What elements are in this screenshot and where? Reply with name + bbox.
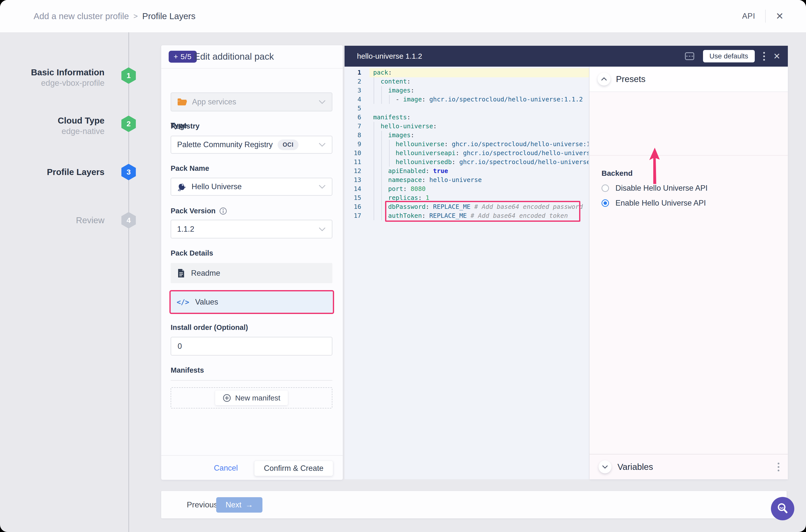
type-select[interactable]: App services	[171, 93, 332, 111]
document-icon	[177, 268, 185, 278]
editor-kebab-menu-icon[interactable]	[763, 52, 765, 61]
step-title: Cloud Type	[15, 115, 105, 126]
pack-count-badge: + 5/5	[169, 51, 197, 63]
pack-name-select[interactable]: Hello Universe	[171, 178, 332, 196]
registry-value: Palette Community Registry	[177, 140, 273, 149]
indent-guide	[389, 95, 389, 104]
step-subtitle: edge-vbox-profile	[15, 78, 105, 89]
step-basic-information[interactable]: Basic Information edge-vbox-profile	[15, 67, 105, 89]
step-title: Basic Information	[15, 67, 105, 78]
install-order-label: Install order (Optional)	[171, 323, 248, 331]
type-value: App services	[192, 97, 236, 107]
hello-universe-pack-icon	[177, 182, 187, 191]
variables-kebab-menu-icon[interactable]	[777, 463, 780, 471]
breadcrumb-separator: >	[133, 12, 138, 20]
registry-select[interactable]: Palette Community Registry OCI	[171, 136, 332, 154]
edit-pack-title-row: + 5/5 Edit additional pack	[161, 45, 343, 69]
split-view-icon[interactable]	[684, 52, 695, 60]
step-cloud-type[interactable]: Cloud Type edge-native	[15, 115, 105, 137]
indent-guide	[374, 122, 374, 220]
chevron-down-icon	[318, 142, 326, 147]
values-annotation-box: </> Values	[169, 290, 334, 314]
values-label: Values	[195, 298, 218, 306]
edit-pack-panel: + 5/5 Edit additional pack Type App serv…	[161, 45, 343, 480]
annotation-arrow	[646, 147, 663, 187]
presets-panel: Presets Backend Disable Hello Universe A…	[590, 66, 788, 479]
manifests-dropzone: New manifest	[171, 387, 332, 408]
preset-option-enable-api[interactable]: Enable Hello Universe API	[602, 198, 706, 208]
editor-close-icon[interactable]: ✕	[773, 52, 781, 60]
backend-group-label: Backend	[602, 169, 633, 177]
breadcrumb: Add a new cluster profile > Profile Laye…	[34, 0, 196, 32]
edit-pack-footer: Cancel Confirm & Create	[161, 455, 343, 480]
radio-icon[interactable]	[602, 185, 609, 192]
cancel-button[interactable]: Cancel	[206, 456, 246, 480]
code-icon: </>	[177, 298, 189, 306]
pack-version-value: 1.1.2	[177, 225, 194, 234]
indent-guide	[374, 77, 374, 104]
folder-icon	[177, 98, 187, 106]
step-number-hexagon: 1	[122, 68, 136, 84]
presets-title: Presets	[616, 74, 645, 84]
step-number-hexagon: 4	[122, 212, 136, 228]
yaml-editor[interactable]: 1234567891011121314151617 pack: content:…	[345, 66, 589, 479]
plus-circle-icon	[223, 394, 231, 402]
chevron-down-icon	[318, 100, 326, 104]
install-order-value: 0	[178, 342, 182, 351]
manifests-label: Manifests	[171, 366, 204, 374]
magnifier-icon	[776, 502, 789, 515]
confirm-create-button[interactable]: Confirm & Create	[254, 461, 333, 476]
secrets-annotation-box	[385, 201, 580, 222]
use-defaults-button[interactable]: Use defaults	[703, 50, 755, 62]
step-review[interactable]: Review	[15, 215, 105, 226]
install-order-input[interactable]: 0	[171, 337, 332, 356]
pack-details-label: Pack Details	[171, 249, 213, 257]
readme-tab[interactable]: Readme	[171, 263, 332, 283]
indent-guide	[389, 140, 389, 167]
breadcrumb-current: Profile Layers	[142, 11, 196, 21]
step-number-hexagon: 2	[122, 116, 136, 132]
info-icon[interactable]	[219, 207, 227, 215]
breadcrumb-parent-link[interactable]: Add a new cluster profile	[34, 11, 129, 21]
values-tab[interactable]: </> Values	[171, 291, 333, 313]
chevron-down-icon	[602, 465, 608, 469]
stepper-line	[128, 32, 129, 532]
variables-section: Variables	[590, 454, 788, 479]
presets-header: Presets	[590, 66, 788, 92]
arrow-right-icon: →	[245, 500, 253, 509]
modal-header: Add a new cluster profile > Profile Laye…	[0, 0, 806, 32]
radio-icon[interactable]	[602, 200, 609, 207]
editor-header: hello-universe 1.1.2 Use defaults ✕	[345, 46, 788, 66]
step-subtitle: edge-native	[15, 126, 105, 137]
app-window: Add a new cluster profile > Profile Laye…	[0, 0, 806, 532]
code-gutter: 1234567891011121314151617	[345, 68, 361, 220]
step-profile-layers[interactable]: Profile Layers	[15, 167, 105, 177]
variables-title: Variables	[618, 462, 653, 472]
help-search-fab[interactable]	[771, 497, 794, 520]
indent-guide	[381, 131, 382, 220]
expand-variables-button[interactable]	[599, 460, 611, 473]
chevron-up-icon	[601, 77, 607, 81]
api-link[interactable]: API	[742, 12, 755, 21]
step-title: Review	[15, 215, 105, 226]
step-number-hexagon: 3	[122, 164, 136, 180]
collapse-presets-button[interactable]	[598, 73, 610, 86]
presets-divider	[590, 155, 788, 156]
pack-name-label: Pack Name	[171, 164, 209, 173]
close-icon[interactable]: ✕	[776, 12, 784, 21]
header-divider	[765, 10, 766, 23]
new-manifest-button[interactable]: New manifest	[215, 391, 288, 405]
oci-tag: OCI	[278, 139, 298, 150]
edit-pack-title: Edit additional pack	[194, 45, 274, 68]
next-button[interactable]: Next →	[216, 497, 262, 513]
step-title: Profile Layers	[15, 167, 105, 177]
editor-title: hello-universe 1.1.2	[357, 52, 422, 60]
pack-version-select[interactable]: 1.1.2	[171, 220, 332, 239]
manifests-divider	[171, 380, 332, 381]
code-lines: pack: content: images: - image: ghcr.io/…	[373, 68, 589, 220]
registry-label: Registry	[171, 122, 200, 130]
chevron-down-icon	[318, 185, 326, 189]
readme-label: Readme	[191, 269, 220, 278]
chevron-down-icon	[318, 227, 326, 231]
pack-version-label: Pack Version	[171, 207, 227, 215]
